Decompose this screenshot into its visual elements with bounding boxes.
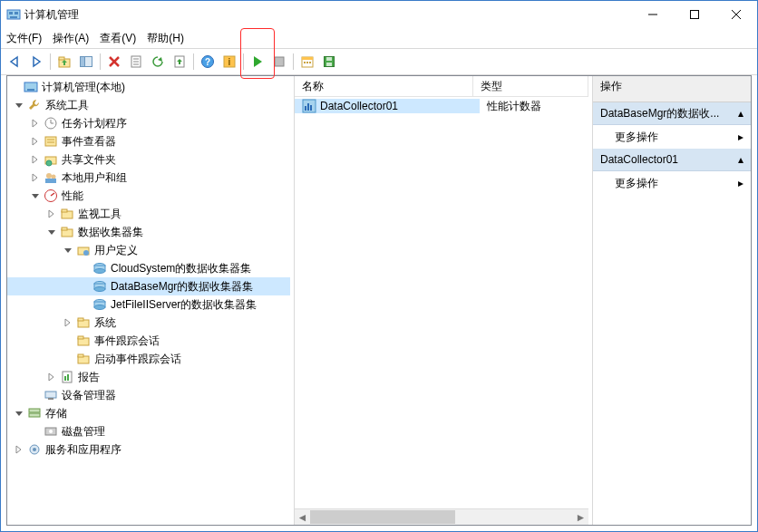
services-icon <box>27 442 42 457</box>
tree-view[interactable]: 计算机管理(本地) 系统工具 任务计划程序 事件查看器 <box>7 76 290 525</box>
svg-point-41 <box>46 160 52 166</box>
expander-icon[interactable] <box>62 318 74 327</box>
svg-rect-27 <box>306 62 308 63</box>
tree-services[interactable]: 服务和应用程序 <box>7 440 290 459</box>
list-row[interactable]: DataCollector01 性能计数器 <box>295 97 588 115</box>
clock-icon <box>44 116 58 131</box>
tree-event-sessions[interactable]: 事件跟踪会话 <box>7 332 290 350</box>
report-icon <box>60 370 74 384</box>
svg-rect-30 <box>326 57 332 61</box>
scroll-left-icon[interactable]: ◄ <box>295 511 310 524</box>
close-button[interactable] <box>715 1 757 28</box>
app-window: 计算机管理 文件(F) 操作(A) 查看(V) 帮助(H) ? i <box>0 0 758 532</box>
expander-icon[interactable] <box>13 101 25 110</box>
scroll-right-icon[interactable]: ► <box>573 511 588 524</box>
maximize-button[interactable] <box>674 1 715 28</box>
svg-rect-69 <box>64 376 66 381</box>
svg-rect-9 <box>59 57 64 60</box>
menu-view[interactable]: 查看(V) <box>100 31 136 46</box>
titlebar: 计算机管理 <box>1 1 757 28</box>
svg-rect-37 <box>45 137 56 146</box>
svg-point-76 <box>49 430 53 433</box>
tree-monitor-tools[interactable]: 监视工具 <box>7 205 290 223</box>
tree-shared-folders[interactable]: 共享文件夹 <box>7 150 290 169</box>
tree-cloudsystem-dcs[interactable]: CloudSystem的数据收集器集 <box>7 259 290 277</box>
disk-icon <box>44 424 58 439</box>
tree-disk-mgmt[interactable]: 磁盘管理 <box>7 422 290 440</box>
perf-icon <box>44 189 58 203</box>
horizontal-scrollbar[interactable]: ◄ ► <box>295 508 588 525</box>
tree-user-defined[interactable]: 用户定义 <box>7 241 290 259</box>
expander-icon[interactable] <box>29 119 42 128</box>
list-cell-type: 性能计数器 <box>487 99 541 114</box>
export-button[interactable] <box>170 52 190 72</box>
menu-file[interactable]: 文件(F) <box>6 31 42 46</box>
menu-help[interactable]: 帮助(H) <box>147 31 184 46</box>
help-button[interactable]: ? <box>198 52 218 72</box>
scroll-thumb[interactable] <box>310 510 455 524</box>
menubar: 文件(F) 操作(A) 查看(V) 帮助(H) <box>1 28 757 48</box>
tree-system-dcs[interactable]: 系统 <box>7 314 290 332</box>
up-button[interactable] <box>54 52 74 72</box>
folder-icon <box>60 207 74 221</box>
actions-more-2[interactable]: 更多操作 ▸ <box>593 171 751 195</box>
expander-icon[interactable] <box>45 227 58 237</box>
actions-more-1[interactable]: 更多操作 ▸ <box>593 125 751 149</box>
tree-device-manager[interactable]: 设备管理器 <box>7 386 290 404</box>
tree-sys-tools[interactable]: 系统工具 <box>7 96 290 114</box>
actions-group-2[interactable]: DataCollector01 ▴ <box>593 149 751 171</box>
info-button[interactable]: i <box>219 52 239 72</box>
svg-rect-82 <box>310 105 312 111</box>
expander-icon[interactable] <box>13 409 25 418</box>
tree-reports[interactable]: 报告 <box>7 368 290 386</box>
tree-storage[interactable]: 存储 <box>7 404 290 422</box>
svg-rect-73 <box>29 409 40 412</box>
minimize-button[interactable] <box>632 1 674 28</box>
expander-icon[interactable] <box>29 173 42 182</box>
tree-data-collector-sets[interactable]: 数据收集器集 <box>7 223 290 241</box>
expander-icon[interactable] <box>29 155 42 164</box>
svg-rect-72 <box>48 398 53 400</box>
tree-local-users[interactable]: 本地用户和组 <box>7 169 290 187</box>
tree-root[interactable]: 计算机管理(本地) <box>7 78 290 96</box>
tree-jetfile-dcs[interactable]: JetFileIIServer的数据收集器集 <box>7 295 290 314</box>
stop-button[interactable] <box>269 52 289 72</box>
folder-icon <box>76 334 91 348</box>
folder-icon <box>76 352 91 366</box>
tree-event-viewer[interactable]: 事件查看器 <box>7 132 290 150</box>
expander-icon[interactable] <box>29 191 42 200</box>
save-template-button[interactable] <box>319 52 339 72</box>
svg-rect-26 <box>304 62 306 63</box>
back-button[interactable] <box>5 52 24 72</box>
collector-icon <box>92 279 107 294</box>
folder-icon <box>76 315 91 330</box>
forward-button[interactable] <box>26 52 46 72</box>
expander-icon[interactable] <box>13 445 25 454</box>
col-type[interactable]: 类型 <box>473 76 588 96</box>
list-body[interactable]: DataCollector01 性能计数器 <box>295 97 588 508</box>
delete-button[interactable] <box>104 52 124 72</box>
list-pane: 名称 类型 DataCollector01 性能计数器 ◄ ► <box>294 76 588 525</box>
svg-rect-33 <box>27 89 34 91</box>
tree-performance[interactable]: 性能 <box>7 187 290 205</box>
svg-point-42 <box>46 173 52 179</box>
menu-action[interactable]: 操作(A) <box>53 31 89 46</box>
expander-icon[interactable] <box>29 137 42 146</box>
tree-task-scheduler[interactable]: 任务计划程序 <box>7 114 290 132</box>
show-hide-tree-button[interactable] <box>76 52 96 72</box>
tree-databasemgr-dcs[interactable]: DataBaseMgr的数据收集器集 <box>7 277 290 295</box>
body: 计算机管理(本地) 系统工具 任务计划程序 事件查看器 <box>6 75 752 526</box>
actions-group-1[interactable]: DataBaseMgr的数据收... ▴ <box>593 102 751 125</box>
tree-startup-sessions[interactable]: 启动事件跟踪会话 <box>7 350 290 368</box>
properties-button[interactable] <box>126 52 146 72</box>
expander-icon[interactable] <box>45 209 58 218</box>
actions-pane: 操作 DataBaseMgr的数据收... ▴ 更多操作 ▸ DataColle… <box>592 76 751 525</box>
expander-icon[interactable] <box>45 372 58 382</box>
wrench-icon <box>27 98 42 112</box>
start-button[interactable] <box>248 52 267 72</box>
refresh-button[interactable] <box>148 52 168 72</box>
expander-icon[interactable] <box>62 246 74 255</box>
col-name[interactable]: 名称 <box>295 76 473 96</box>
calendar-icon-button[interactable] <box>297 52 317 72</box>
list-header: 名称 类型 <box>295 76 588 97</box>
